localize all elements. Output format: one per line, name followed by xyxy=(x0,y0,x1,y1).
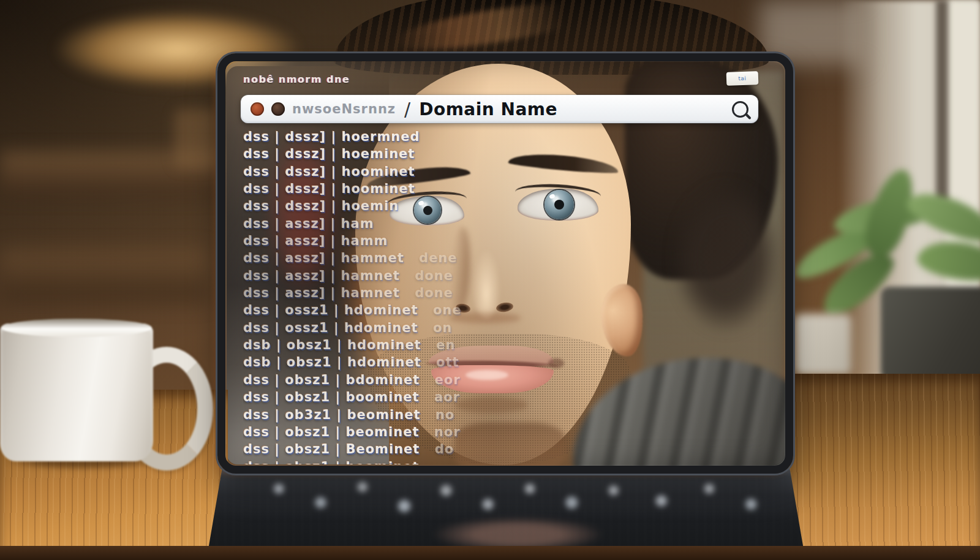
mug-body xyxy=(0,324,153,461)
results-list: dss | dssz] | hoermned dss | dssz] | hoe… xyxy=(243,128,586,464)
result-row[interactable]: dss | assz] | hamnet done xyxy=(243,284,586,301)
plant-pot xyxy=(881,287,980,385)
result-row[interactable]: dss | ob3z1 | beominet no xyxy=(243,406,586,423)
result-row-text: dss | ossz1 | hdominet xyxy=(243,320,418,335)
result-row[interactable]: dss | dssz] | hoominet xyxy=(243,180,586,197)
scene: nobê nmorm dne tai nwsoeNsrnnz / Domain … xyxy=(0,0,980,560)
shelf xyxy=(0,250,208,301)
result-row[interactable]: dss | obsz1 | bdominet eor xyxy=(243,371,586,388)
wooden-table xyxy=(786,374,980,560)
result-row-extra-text: eor xyxy=(435,373,461,387)
result-row-text: dss | ob3z1 | beominet xyxy=(243,407,421,422)
result-row-extra-text: nor xyxy=(434,425,461,439)
result-row-text: dss | dssz] | hoeminet xyxy=(243,146,415,161)
result-row-text: dss | ossz1 | hdominet xyxy=(243,303,418,317)
result-row-text: dss | dssz] | hoemin xyxy=(243,199,399,213)
result-row[interactable]: dsb | obsz1 | hdominet ott xyxy=(243,354,586,371)
browser-titlebar-text: nobê nmorm dne xyxy=(243,74,350,86)
search-query-text: Domain Name xyxy=(419,99,557,119)
result-row-text: dss | obsz1 | beominet xyxy=(243,425,419,439)
magnifier-icon[interactable] xyxy=(732,101,748,118)
result-row[interactable]: dss | assz] | hamnet done xyxy=(243,267,586,284)
result-row[interactable]: dss | dssz] | hoeminet xyxy=(243,145,586,162)
result-row-text: dss | assz] | hamnet xyxy=(243,268,400,283)
favicon-dot-red xyxy=(251,102,264,116)
plant-leaf xyxy=(916,237,980,286)
result-row-text: dss | assz] | hammet xyxy=(243,251,404,265)
result-row-text: dss | assz] | ham xyxy=(243,216,374,231)
result-row-text: dss | assz] | hamm xyxy=(243,233,388,248)
result-row-extra-text: do xyxy=(435,442,454,456)
result-row-extra-text: done xyxy=(415,268,453,283)
table-edge xyxy=(0,546,980,560)
shelf-jar xyxy=(175,109,217,168)
result-row-text: dss | assz] | hamnet xyxy=(243,286,400,300)
result-row-text: dss | obsz1 | Beominet xyxy=(243,442,420,456)
result-row-extra-text: no xyxy=(435,407,454,422)
result-row[interactable]: dss | dssz] | hoermned xyxy=(243,128,586,145)
result-row-text: dss | obsz1 | boominet xyxy=(243,390,420,404)
result-row-text: dss | dssz] | hoominet xyxy=(243,164,415,179)
result-row[interactable]: dss | obsz1 | beominet xyxy=(243,458,586,464)
search-bar[interactable]: nwsoeNsrnnz / Domain Name xyxy=(241,95,758,123)
result-row-extra-text: ott xyxy=(436,355,459,369)
result-row-extra-text: dene xyxy=(419,251,457,265)
result-row[interactable]: dss | ossz1 | hdominet one xyxy=(243,301,586,319)
result-row-extra-text: one xyxy=(433,303,462,317)
result-row[interactable]: dss | assz] | hamm xyxy=(243,232,586,249)
result-row[interactable]: dss | obsz1 | boominet aor xyxy=(243,388,586,406)
result-row[interactable]: dss | obsz1 | Beominet do xyxy=(243,441,586,458)
laptop-keyboard xyxy=(207,469,805,556)
result-row[interactable]: dss | assz] | hammet dene xyxy=(243,249,586,267)
result-row[interactable]: dss | assz] | ham xyxy=(243,215,586,232)
background-cup xyxy=(795,314,851,375)
coffee-mug xyxy=(0,317,184,471)
result-row-extra-text: en xyxy=(436,338,455,352)
browser-badge[interactable]: tai xyxy=(726,71,759,86)
keyboard-bokeh-reflections xyxy=(207,469,805,556)
result-row[interactable]: dss | dssz] | hoemin xyxy=(243,197,586,214)
search-url-prefix: nwsoeNsrnnz xyxy=(292,102,396,116)
result-row-text: dsb | obsz1 | hdominet xyxy=(243,338,421,352)
result-row-extra-text: aor xyxy=(434,390,460,404)
result-row[interactable]: dss | obsz1 | beominet nor xyxy=(243,423,586,441)
result-row-extra-text: done xyxy=(415,286,453,300)
result-row-text: dss | obsz1 | beominet xyxy=(243,460,419,464)
result-row[interactable]: dss | ossz1 | hdominet on xyxy=(243,319,586,336)
result-row-extra-text: on xyxy=(433,320,452,335)
result-row[interactable]: dss | dssz] | hoominet xyxy=(243,163,586,180)
result-row-text: dss | dssz] | hoermned xyxy=(243,129,420,144)
search-separator: / xyxy=(404,99,410,120)
mug-rim xyxy=(1,319,152,337)
result-row-text: dss | obsz1 | bdominet xyxy=(243,373,420,387)
favicon-dot-brown xyxy=(271,102,285,116)
result-row-text: dsb | obsz1 | hdominet xyxy=(243,355,421,369)
result-row[interactable]: dsb | obsz1 | hdominet en xyxy=(243,336,586,354)
result-row-text: dss | dssz] | hoominet xyxy=(243,181,415,196)
